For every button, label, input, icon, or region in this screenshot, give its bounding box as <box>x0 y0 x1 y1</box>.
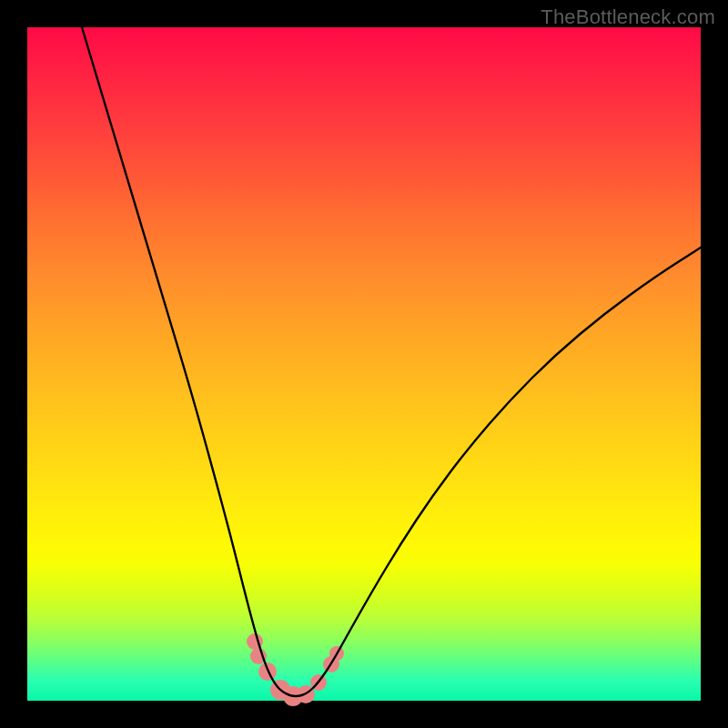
plot-frame <box>27 27 701 701</box>
bottleneck-curve <box>82 27 701 696</box>
chart-stage: TheBottleneck.com <box>0 0 728 728</box>
chart-svg <box>27 27 701 701</box>
watermark-label: TheBottleneck.com <box>541 5 715 29</box>
